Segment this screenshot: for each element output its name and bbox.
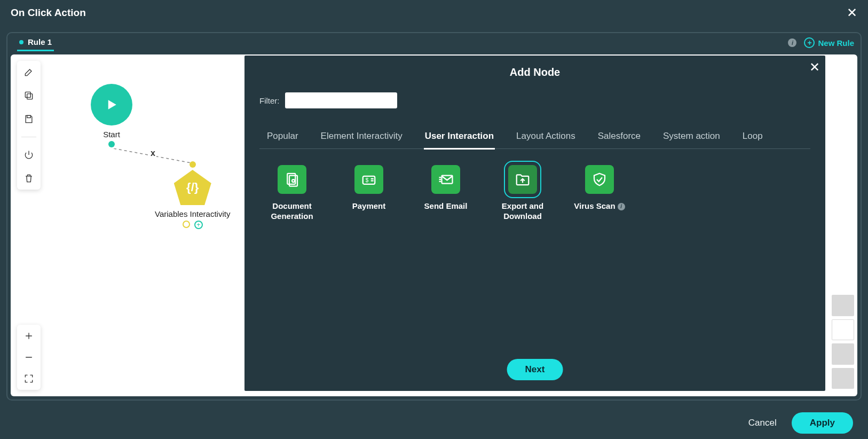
- node-label: Export and Download: [493, 201, 552, 222]
- info-icon[interactable]: i: [618, 203, 625, 210]
- node-grid: Document Generation $ Payment Send Email: [259, 165, 810, 222]
- variables-shape-icon: {/}: [174, 170, 211, 205]
- add-node-panel: ✕ Add Node Filter: Popular Element Inter…: [244, 56, 825, 391]
- delete-connection-icon[interactable]: x: [149, 148, 156, 158]
- rule-tab[interactable]: Rule 1: [17, 34, 54, 51]
- canvas-toolbar-top: [17, 61, 41, 190]
- strip-block: [832, 368, 854, 389]
- right-scroll-strip: [832, 295, 854, 389]
- zoom-in-icon[interactable]: [23, 330, 35, 342]
- cancel-button[interactable]: Cancel: [745, 417, 780, 429]
- title-bar: On Click Action ✕: [0, 0, 868, 26]
- tab-loop[interactable]: Loop: [741, 127, 764, 148]
- fullscreen-icon[interactable]: [23, 373, 35, 385]
- variables-glyph: {/}: [186, 181, 199, 194]
- copy-icon[interactable]: [23, 90, 35, 101]
- svg-rect-10: [363, 176, 375, 184]
- node-label: Send Email: [416, 201, 475, 211]
- tab-element-interactivity[interactable]: Element Interactivity: [320, 127, 404, 148]
- strip-block: [832, 295, 854, 316]
- tab-layout-actions[interactable]: Layout Actions: [515, 127, 577, 148]
- document-icon: [278, 165, 306, 194]
- filter-input[interactable]: [285, 92, 397, 108]
- start-node[interactable]: Start: [91, 84, 132, 147]
- strip-block: [832, 343, 854, 365]
- edit-icon[interactable]: [23, 66, 35, 78]
- info-icon[interactable]: i: [788, 38, 796, 47]
- node-label: Document Generation: [263, 201, 321, 222]
- close-icon[interactable]: ✕: [809, 60, 820, 75]
- modal-title: Add Node: [259, 66, 810, 79]
- svg-point-9: [292, 179, 295, 182]
- save-icon[interactable]: [23, 113, 35, 125]
- export-icon: [508, 165, 537, 194]
- svg-rect-1: [25, 92, 30, 97]
- apply-button[interactable]: Apply: [792, 412, 853, 434]
- page-title: On Click Action: [11, 7, 86, 19]
- toolbar-divider: [21, 137, 36, 137]
- tab-salesforce[interactable]: Salesforce: [597, 127, 642, 148]
- power-icon[interactable]: [23, 149, 35, 161]
- svg-rect-2: [27, 115, 31, 117]
- node-payment[interactable]: $ Payment: [340, 165, 398, 222]
- variables-input-port[interactable]: [190, 161, 196, 168]
- variables-node-label: Variables Interactivity: [155, 209, 230, 218]
- new-rule-label: New Rule: [818, 38, 854, 48]
- node-send-email[interactable]: Send Email: [416, 165, 475, 222]
- node-export-download[interactable]: Export and Download: [493, 165, 552, 222]
- category-tabs: Popular Element Interactivity User Inter…: [259, 127, 810, 149]
- node-virus-scan[interactable]: Virus Scani: [570, 165, 629, 222]
- zoom-out-icon[interactable]: [23, 351, 35, 363]
- close-icon[interactable]: ✕: [847, 5, 857, 20]
- strip-block: [832, 319, 854, 341]
- plus-circle-icon: +: [804, 37, 815, 48]
- tab-user-interaction[interactable]: User Interaction: [424, 127, 495, 150]
- start-output-port[interactable]: [108, 141, 115, 147]
- next-button[interactable]: Next: [507, 359, 563, 380]
- svg-text:$: $: [366, 177, 369, 183]
- payment-icon: $: [354, 165, 383, 194]
- email-icon: [431, 165, 460, 194]
- rule-tab-label: Rule 1: [28, 37, 52, 46]
- node-document-generation[interactable]: Document Generation: [263, 165, 321, 222]
- tab-popular[interactable]: Popular: [266, 127, 299, 148]
- workspace: Rule 1 i + New Rule: [6, 32, 862, 401]
- variables-node[interactable]: {/} Variables Interactivity +: [155, 161, 230, 229]
- status-dot-icon: [19, 40, 23, 44]
- svg-rect-0: [27, 94, 33, 99]
- node-label: Virus Scani: [570, 201, 629, 211]
- rule-tab-row: Rule 1 i + New Rule: [7, 33, 861, 52]
- tab-system-action[interactable]: System action: [662, 127, 721, 148]
- new-rule-button[interactable]: + New Rule: [804, 37, 854, 48]
- canvas-toolbar-bottom: [17, 325, 41, 390]
- shield-icon: [585, 165, 614, 194]
- play-icon: [91, 84, 132, 126]
- add-port-icon[interactable]: +: [194, 221, 203, 229]
- node-label: Payment: [340, 201, 398, 211]
- trash-icon[interactable]: [23, 173, 35, 184]
- start-node-label: Start: [91, 130, 132, 139]
- filter-row: Filter:: [259, 92, 810, 108]
- filter-label: Filter:: [259, 96, 280, 105]
- variables-output-port[interactable]: [183, 221, 190, 228]
- footer-bar: Cancel Apply: [0, 407, 868, 439]
- flow-canvas[interactable]: Start x {/} Variables Interactivity + ✕: [11, 54, 857, 396]
